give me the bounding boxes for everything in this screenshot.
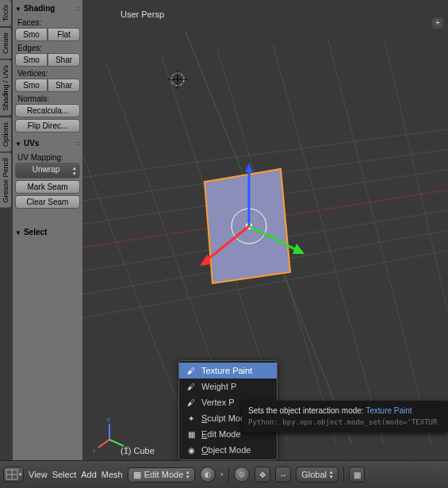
layers-button[interactable]: ▦ bbox=[349, 467, 365, 482]
view-menu[interactable]: View bbox=[29, 470, 48, 479]
mode-texture-paint[interactable]: 🖌Texture Paint bbox=[179, 363, 277, 378]
grip-icon: :::: bbox=[75, 140, 80, 147]
tooltip: Sets the object interaction mode: Textur… bbox=[242, 401, 448, 432]
tooltip-desc: Sets the object interaction mode: bbox=[248, 406, 364, 415]
shading-mode-button[interactable]: ◐ bbox=[200, 467, 216, 482]
flip-direction-button[interactable]: Flip Direc... bbox=[15, 119, 80, 133]
mode-dropdown[interactable]: ▦ Edit Mode ▴▾ bbox=[128, 467, 196, 482]
vtab-shading-uvs[interactable]: Shading / UVs bbox=[0, 60, 11, 116]
mode-weight-paint[interactable]: 🖌Weight P bbox=[179, 378, 277, 394]
select-title: Select bbox=[24, 228, 47, 236]
verts-smooth-button[interactable]: Smo bbox=[15, 79, 48, 92]
recalculate-button[interactable]: Recalcula... bbox=[15, 104, 80, 117]
shading-title: Shading bbox=[24, 4, 55, 13]
updown-icon: ▴▾ bbox=[186, 470, 190, 479]
brush-icon: 🖌 bbox=[186, 397, 197, 408]
svg-line-33 bbox=[98, 440, 109, 448]
orientation-dropdown[interactable]: Global ▴▾ bbox=[296, 467, 339, 482]
svg-text:z: z bbox=[107, 416, 110, 423]
vtab-grease-pencil[interactable]: Grease Pencil bbox=[0, 153, 11, 208]
faces-flat-button[interactable]: Flat bbox=[48, 28, 80, 41]
svg-text:x: x bbox=[94, 447, 95, 452]
mode-object[interactable]: ◉Object Mode bbox=[179, 442, 277, 458]
vertices-label: Vertices: bbox=[17, 69, 80, 78]
active-object-label: (1) Cube bbox=[121, 446, 155, 455]
updown-icon: ▴▾ bbox=[330, 470, 333, 479]
shading-panel-header[interactable]: Shading :::: bbox=[15, 2, 80, 16]
normals-label: Normals: bbox=[17, 94, 80, 103]
clear-seam-button[interactable]: Clear Seam bbox=[15, 195, 80, 209]
verts-sharp-button[interactable]: Shar bbox=[48, 79, 80, 92]
svg-marker-28 bbox=[200, 254, 211, 266]
vtab-create[interactable]: Create bbox=[0, 28, 11, 59]
separator bbox=[228, 467, 229, 482]
vtab-tools[interactable]: Tools bbox=[0, 0, 11, 26]
edit-icon: ▦ bbox=[186, 428, 197, 440]
select-panel-header[interactable]: Select bbox=[15, 226, 80, 240]
tool-panel: Shading :::: Faces: Smo Flat Edges: Smo … bbox=[13, 0, 82, 460]
edges-smooth-button[interactable]: Smo bbox=[15, 53, 48, 67]
brush-icon: 🖌 bbox=[186, 381, 197, 392]
chevron-down-icon: ▾ bbox=[19, 471, 22, 478]
edges-label: Edges: bbox=[17, 44, 80, 52]
updown-icon: ▴▾ bbox=[73, 165, 76, 176]
edit-mode-icon: ▦ bbox=[133, 470, 141, 480]
viewport-header: ▾ View Select Add Mesh ▦ Edit Mode ▴▾ ◐ … bbox=[0, 460, 448, 488]
uv-mapping-label: UV Mapping: bbox=[17, 153, 80, 162]
viewport-editor-icon bbox=[6, 469, 18, 480]
mark-seam-button[interactable]: Mark Seam bbox=[15, 180, 80, 194]
add-menu[interactable]: Add bbox=[81, 470, 97, 479]
select-menu[interactable]: Select bbox=[52, 470, 77, 479]
disclosure-icon bbox=[15, 4, 24, 13]
svg-line-6 bbox=[82, 71, 193, 444]
separator bbox=[343, 467, 344, 482]
editor-type-button[interactable]: ▾ bbox=[3, 467, 24, 482]
chevron-down-icon: ▾ bbox=[220, 471, 224, 478]
pivot-point-button[interactable]: ⊙ bbox=[234, 467, 250, 482]
uvs-title: UVs bbox=[24, 139, 39, 148]
svg-line-31 bbox=[109, 440, 124, 446]
disclosure-icon bbox=[15, 228, 24, 236]
uvs-panel-header[interactable]: UVs :::: bbox=[15, 137, 80, 151]
object-icon: ◉ bbox=[186, 444, 197, 455]
disclosure-icon bbox=[15, 139, 24, 148]
manipulator-translate[interactable]: ↔ bbox=[275, 467, 291, 482]
vtab-options[interactable]: Options bbox=[0, 117, 11, 152]
tooltip-python: Python: bpy.ops.object.mode_set(mode='TE… bbox=[248, 418, 437, 426]
faces-smooth-button[interactable]: Smo bbox=[15, 28, 48, 41]
edges-sharp-button[interactable]: Shar bbox=[48, 53, 80, 67]
grip-icon: :::: bbox=[75, 5, 80, 12]
manipulator-toggle[interactable]: ✥ bbox=[255, 467, 270, 482]
unwrap-dropdown[interactable]: Unwrap▴▾ bbox=[15, 163, 80, 179]
brush-icon: 🖌 bbox=[186, 365, 197, 376]
tooltip-value: Texture Paint bbox=[366, 406, 412, 415]
svg-line-11 bbox=[328, 40, 431, 444]
sculpt-icon: ✦ bbox=[186, 413, 197, 424]
faces-label: Faces: bbox=[17, 18, 80, 27]
mesh-menu[interactable]: Mesh bbox=[101, 470, 123, 479]
